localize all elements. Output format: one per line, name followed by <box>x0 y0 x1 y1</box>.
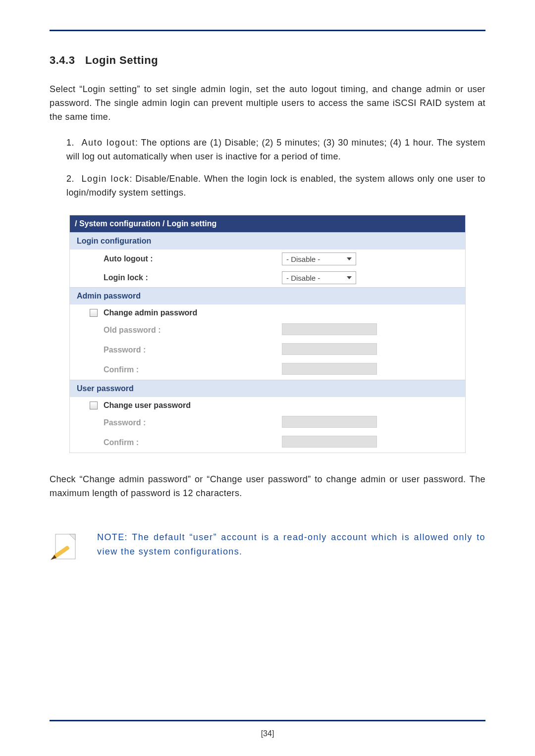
section-title: Login Setting <box>85 54 158 66</box>
after-paragraph: Check “Change admin password” or “Change… <box>50 473 485 501</box>
user-password-header: User password <box>70 380 465 397</box>
user-confirm-input[interactable] <box>282 436 377 448</box>
section-heading: 3.4.3 Login Setting <box>50 54 485 67</box>
section-number: 3.4.3 <box>50 54 75 66</box>
note-icon <box>50 530 84 567</box>
user-confirm-row: Confirm : <box>70 433 465 453</box>
old-password-input[interactable] <box>282 323 377 335</box>
intro-paragraph: Select “Login setting” to set single adm… <box>50 83 485 124</box>
login-lock-select[interactable]: - Disable - <box>282 271 356 284</box>
chevron-down-icon <box>347 257 352 260</box>
list-item-key: Auto logout <box>81 138 135 148</box>
user-confirm-label: Confirm : <box>70 438 282 447</box>
list-item: 2. Login lock: Disable/Enable. When the … <box>66 172 485 200</box>
user-password-input[interactable] <box>282 416 377 428</box>
login-lock-row: Login lock : - Disable - <box>70 268 465 287</box>
login-lock-value: - Disable - <box>286 274 320 282</box>
admin-confirm-label: Confirm : <box>70 365 282 374</box>
admin-password-label: Password : <box>70 346 282 354</box>
top-rule <box>50 30 485 31</box>
note-text: NOTE: The default “user” account is a re… <box>97 530 485 559</box>
auto-logout-value: - Disable - <box>286 255 320 263</box>
list-item-number: 1. <box>66 136 78 150</box>
admin-password-header: Admin password <box>70 287 465 304</box>
page-number: [34] <box>0 729 535 738</box>
change-user-password-row: Change user password <box>70 397 465 413</box>
login-setting-panel: / System configuration / Login setting L… <box>69 215 466 453</box>
old-password-row: Old password : <box>70 320 465 340</box>
list-item-key: Login lock <box>81 174 129 184</box>
list-item: 1. Auto logout: The options are (1) Disa… <box>66 136 485 164</box>
admin-confirm-input[interactable] <box>282 363 377 375</box>
old-password-label: Old password : <box>70 326 282 335</box>
breadcrumb: / System configuration / Login setting <box>70 215 465 232</box>
admin-password-input[interactable] <box>282 343 377 355</box>
login-config-header: Login configuration <box>70 232 465 250</box>
chevron-down-icon <box>347 276 352 279</box>
numbered-list: 1. Auto logout: The options are (1) Disa… <box>50 136 485 201</box>
change-admin-password-label: Change admin password <box>104 308 197 317</box>
list-item-text: : Disable/Enable. When the login lock is… <box>66 174 485 198</box>
user-password-label: Password : <box>70 418 282 427</box>
user-password-row: Password : <box>70 413 465 433</box>
auto-logout-row: Auto logout : - Disable - <box>70 250 465 268</box>
auto-logout-label: Auto logout : <box>70 254 282 263</box>
list-item-number: 2. <box>66 172 78 186</box>
admin-password-row: Password : <box>70 340 465 360</box>
login-lock-label: Login lock : <box>70 273 282 282</box>
change-admin-password-checkbox[interactable] <box>90 309 98 317</box>
change-admin-password-row: Change admin password <box>70 304 465 320</box>
bottom-rule <box>50 720 485 721</box>
auto-logout-select[interactable]: - Disable - <box>282 252 356 265</box>
admin-confirm-row: Confirm : <box>70 360 465 380</box>
change-user-password-label: Change user password <box>104 401 191 410</box>
change-user-password-checkbox[interactable] <box>90 402 98 409</box>
note-block: NOTE: The default “user” account is a re… <box>50 530 485 567</box>
